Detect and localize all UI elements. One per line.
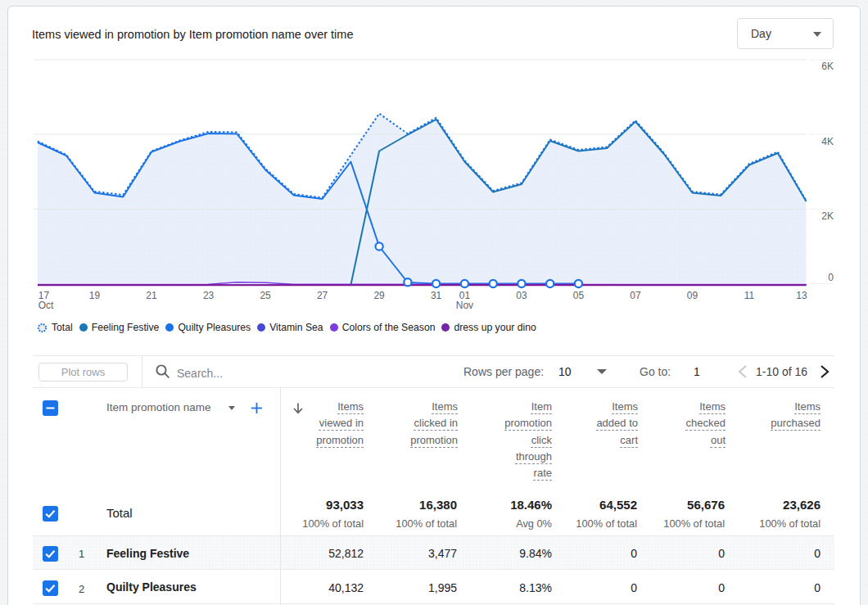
svg-text:Nov: Nov: [456, 300, 473, 311]
svg-text:21: 21: [146, 290, 157, 301]
svg-text:27: 27: [317, 290, 328, 301]
svg-text:09: 09: [687, 290, 698, 301]
svg-text:4K: 4K: [821, 136, 834, 147]
svg-text:Oct: Oct: [38, 300, 54, 311]
svg-text:0: 0: [828, 272, 834, 283]
svg-text:23: 23: [203, 290, 215, 301]
svg-text:6K: 6K: [821, 61, 834, 72]
svg-text:29: 29: [373, 290, 385, 301]
svg-text:25: 25: [260, 290, 271, 301]
svg-text:07: 07: [630, 290, 641, 301]
svg-text:19: 19: [89, 290, 101, 301]
svg-text:13: 13: [796, 290, 807, 301]
svg-text:03: 03: [516, 290, 527, 301]
svg-text:11: 11: [744, 290, 755, 301]
svg-text:2K: 2K: [821, 210, 834, 222]
svg-text:05: 05: [573, 290, 585, 301]
svg-text:31: 31: [431, 290, 442, 301]
